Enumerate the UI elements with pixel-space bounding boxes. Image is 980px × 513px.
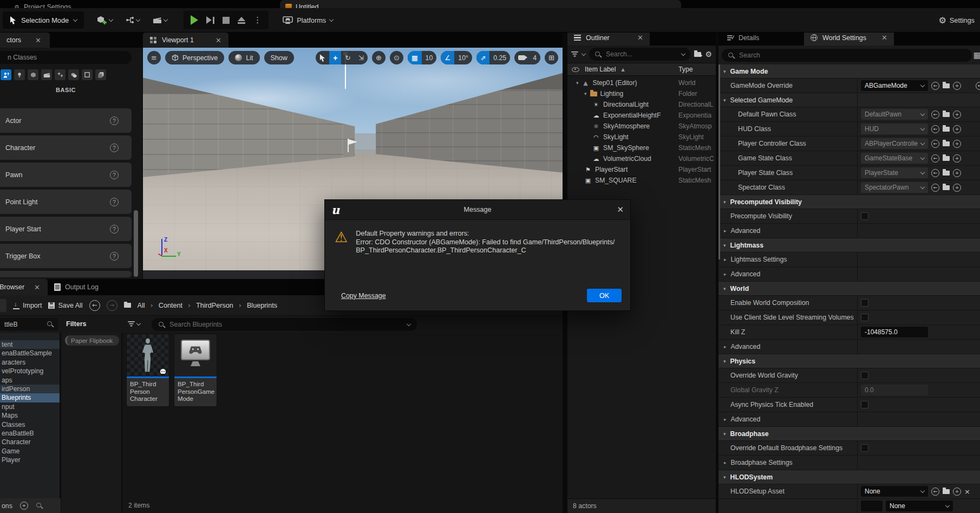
rotate-tool-button[interactable]: ↻ — [341, 51, 354, 64]
settings-category-precomputed-visibility[interactable]: ▾Precomputed Visibility — [718, 195, 980, 209]
browse-icon[interactable] — [943, 489, 950, 494]
clear-icon[interactable]: × — [964, 488, 970, 496]
frame-skip-button[interactable] — [206, 16, 214, 24]
settings-row[interactable]: Game State ClassGameStateBase←+ — [718, 151, 980, 166]
checkbox[interactable] — [861, 314, 868, 321]
add-icon[interactable]: + — [953, 154, 961, 163]
settings-category-world[interactable]: ▾World — [718, 282, 980, 296]
copy-message-link[interactable]: Copy Message — [341, 292, 386, 300]
checkbox[interactable] — [861, 212, 868, 220]
settings-advanced-row[interactable]: ▸Advanced — [718, 224, 980, 238]
checkbox[interactable] — [861, 299, 868, 307]
collapse-chevron[interactable]: ▾ — [723, 431, 726, 437]
column-type[interactable]: Type — [678, 66, 693, 73]
settings-advanced-row[interactable]: ▸Advanced — [718, 412, 980, 427]
settings-row[interactable]: Player Controller ClassABPlayerControlle… — [718, 137, 980, 151]
outliner-row[interactable]: ▣SM_SQUAREStaticMesh — [567, 175, 716, 186]
scale-snap-icon[interactable]: ⇗ — [476, 51, 489, 64]
sources-search-input[interactable]: ttleB — [0, 318, 58, 330]
display-options-icon[interactable]: ▦ — [974, 50, 980, 60]
world-local-toggle[interactable]: ⊕ — [372, 51, 386, 64]
tab-project-settings[interactable]: ⚙ Project Settings — [9, 0, 77, 8]
category-cinematics-button[interactable] — [41, 69, 52, 80]
settings-row[interactable]: Default Pawn ClassDefaultPawn←+ — [718, 107, 980, 122]
add-icon[interactable]: + — [953, 169, 961, 177]
add-icon[interactable]: + — [953, 125, 961, 133]
stop-button[interactable] — [223, 17, 230, 24]
collapse-chevron[interactable]: ▾ — [723, 69, 726, 74]
category-lights-button[interactable] — [14, 69, 25, 80]
value-box[interactable] — [861, 501, 883, 511]
value-dropdown[interactable]: GameStateBase — [861, 153, 928, 164]
value-dropdown[interactable]: None — [861, 486, 928, 497]
settings-row[interactable]: Precompute Visibility — [718, 209, 980, 224]
settings-advanced-row[interactable]: ▸Advanced — [718, 340, 980, 354]
settings-row[interactable]: Override World Gravity — [718, 368, 980, 383]
outliner-row[interactable]: ☁VolumetricCloudVolumetricC — [567, 153, 716, 164]
place-actor-item[interactable]: Actor? — [0, 108, 132, 133]
new-folder-icon[interactable] — [694, 52, 701, 57]
breadcrumb-item[interactable]: ThirdPerson — [196, 302, 233, 309]
tree-item[interactable]: enaBattleSample — [0, 349, 60, 358]
tree-item[interactable]: Game — [0, 447, 60, 456]
value-dropdown[interactable]: SpectatorPawn — [861, 182, 928, 193]
import-button[interactable]: Import — [13, 302, 42, 309]
rotation-snap-value[interactable]: 10° — [454, 51, 472, 64]
settings-category-game-mode[interactable]: ▾Game Mode — [718, 64, 980, 79]
selection-mode-button[interactable]: Selection Mode — [3, 11, 84, 29]
expand-chevron[interactable]: ▾ — [576, 80, 579, 86]
tab-content-browser[interactable]: Browser ✕ — [0, 279, 48, 295]
use-selected-icon[interactable]: ← — [931, 125, 939, 133]
settings-category-broadphase[interactable]: ▾Broadphase — [718, 427, 980, 441]
browse-icon[interactable] — [943, 171, 950, 176]
expand-chevron[interactable]: ▸ — [724, 271, 727, 277]
tab-viewport-1[interactable]: Viewport 1 ✕ — [143, 33, 228, 48]
search-icon[interactable] — [36, 502, 43, 509]
value-dropdown[interactable]: PlayerState — [861, 167, 928, 178]
settings-row[interactable]: GameMode OverrideABGameMode←+← — [718, 79, 980, 93]
tree-item[interactable]: enaBattleB — [0, 429, 60, 438]
asset-search-input[interactable]: Search Blueprints — [152, 318, 417, 331]
outliner-row[interactable]: ☁ExponentialHeightFExponentia — [567, 110, 716, 121]
tree-item[interactable]: tent — [0, 340, 60, 349]
asset-card[interactable]: BP_ThirdPersonGameMode — [174, 334, 217, 406]
dialog-title-bar[interactable]: u Message ✕ — [325, 200, 630, 220]
settings-advanced-row[interactable]: ▸Lightmass Settings — [718, 252, 980, 267]
settings-advanced-row[interactable]: ▸Advanced — [718, 267, 980, 282]
close-icon[interactable]: ✕ — [35, 36, 41, 44]
category-all-classes-button[interactable] — [95, 69, 106, 80]
category-geometry-button[interactable] — [68, 69, 79, 80]
select-tool-button[interactable] — [316, 51, 329, 64]
checkbox[interactable] — [861, 372, 868, 379]
expand-chevron[interactable]: ▾ — [584, 91, 587, 96]
outliner-search-input[interactable]: Search... — [589, 48, 690, 61]
outliner-row[interactable]: ☀DirectionalLightDirectionalL — [567, 99, 716, 110]
chevron-down-icon[interactable] — [582, 51, 586, 55]
settings-row[interactable]: Kill Z-1048575.0 — [718, 325, 980, 340]
expand-chevron[interactable]: ▸ — [724, 417, 727, 422]
tree-item[interactable]: Blueprints — [0, 393, 60, 402]
place-actor-item[interactable]: Trigger Box? — [0, 244, 132, 268]
show-flags-button[interactable]: Show — [264, 51, 294, 64]
settings-button[interactable]: ⚙ Settings — [938, 15, 975, 25]
add-icon[interactable]: + — [953, 184, 961, 192]
world-settings-search-input[interactable]: Search — [722, 49, 972, 62]
save-all-button[interactable]: Save All — [48, 302, 82, 309]
place-actor-item[interactable]: Player Start? — [0, 217, 132, 241]
tree-item[interactable]: Classes — [0, 420, 60, 429]
forward-button[interactable]: → — [107, 300, 117, 311]
tree-item[interactable]: Maps — [0, 411, 60, 420]
use-selected-icon[interactable]: ← — [931, 169, 939, 177]
filter-chip-paper-flipbook[interactable]: Paper Flipbook — [65, 335, 119, 346]
settings-category-physics[interactable]: ▾Physics — [718, 354, 980, 368]
value-dropdown[interactable]: DefaultPawn — [861, 109, 928, 120]
add-icon[interactable]: + — [953, 140, 961, 148]
outliner-row[interactable]: ◠SkyLightSkyLight — [567, 132, 716, 142]
add-icon[interactable]: + — [953, 82, 961, 90]
value-dropdown[interactable]: ABGameMode — [861, 80, 928, 91]
perspective-button[interactable]: Perspective — [165, 51, 224, 64]
collapse-chevron[interactable]: ▾ — [723, 286, 726, 291]
settings-category-lightmass[interactable]: ▾Lightmass — [718, 238, 980, 252]
grid-snap-value[interactable]: 10 — [422, 51, 437, 64]
settings-row[interactable]: HLODSetup AssetNone←+× — [718, 484, 980, 499]
